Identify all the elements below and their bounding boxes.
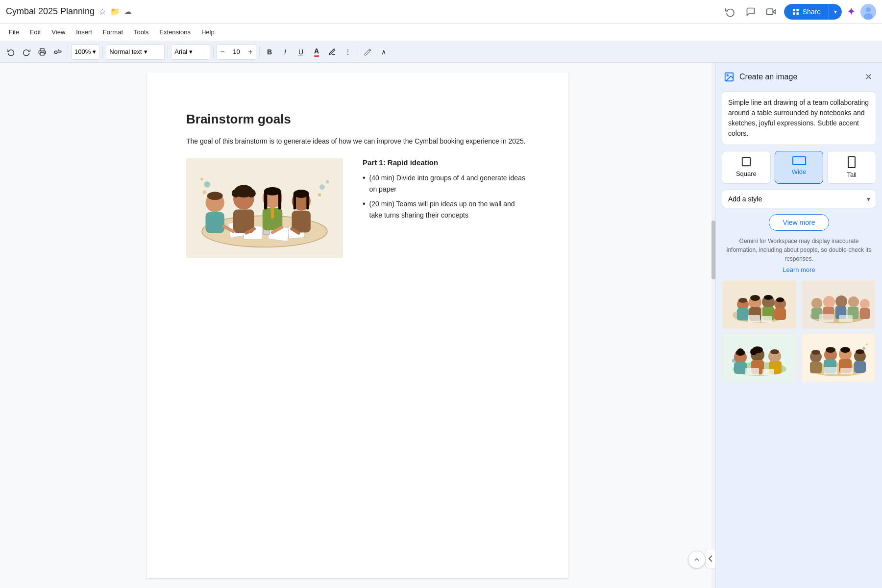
font-size-input[interactable]: 10 [228,48,245,55]
svg-point-96 [750,348,757,355]
title-bar-right: Share ▾ ✦ [722,4,876,20]
font-family-select[interactable]: Arial ▾ [171,44,210,60]
highlight-button[interactable] [325,44,339,60]
avatar[interactable] [860,4,876,20]
underline-button[interactable]: U [294,44,308,60]
svg-rect-37 [294,194,296,210]
svg-point-7 [866,7,871,12]
aspect-wide-button[interactable]: Wide [775,151,824,184]
menu-insert[interactable]: Insert [71,26,97,38]
svg-rect-53 [848,157,855,168]
svg-rect-3 [793,12,795,15]
svg-point-95 [737,348,744,355]
generated-image-1[interactable] [722,280,797,329]
bullet-item-1-text: (40 min) Divide into groups of 4 and gen… [369,172,529,195]
svg-marker-0 [773,9,776,13]
learn-more-link[interactable]: Learn more [716,266,882,273]
svg-point-27 [238,185,247,195]
scroll-up-button[interactable] [688,551,706,568]
share-label: Share [803,8,821,16]
doc-scrollbar-thumb[interactable] [711,220,715,279]
gemini-button[interactable]: ✦ [847,5,856,18]
aspect-selector: Square Wide Tall [722,151,876,184]
svg-point-64 [738,298,747,303]
image-grid [722,280,876,382]
comment-button[interactable] [743,4,759,20]
menu-bar: File Edit View Insert Format Tools Exten… [0,24,882,41]
svg-rect-68 [748,315,760,322]
menu-help[interactable]: Help [196,26,220,38]
generated-image-2[interactable] [801,280,877,329]
folder-icon[interactable]: 📁 [110,7,120,16]
divider-5 [259,46,260,58]
format-paint-button[interactable] [361,44,375,60]
text-style-dropdown-icon: ▾ [144,48,147,55]
wide-aspect-icon [792,156,806,165]
menu-view[interactable]: View [47,26,70,38]
panel-collapse-button[interactable] [706,549,715,568]
menu-tools[interactable]: Tools [129,26,153,38]
svg-point-50 [727,74,728,76]
doc-area[interactable]: Brainstorm goals The goal of this brains… [0,63,715,588]
prompt-area[interactable]: Simple line art drawing of a team collab… [722,91,876,145]
svg-rect-1 [766,9,773,15]
paint-format-button[interactable] [51,44,65,60]
generated-image-3[interactable] [722,333,797,382]
disclaimer-text: Gemini for Workspace may display inaccur… [716,237,882,263]
share-dropdown-button[interactable]: ▾ [829,4,842,20]
font-size-increase-button[interactable]: + [245,45,256,59]
aspect-square-button[interactable]: Square [722,151,771,184]
panel-header: Create an image ✕ [716,63,882,91]
toolbar: 100% ▾ Normal text ▾ Arial ▾ − 10 + B I … [0,41,882,63]
team-image[interactable] [186,158,343,258]
svg-point-42 [318,194,321,196]
cloud-icon[interactable]: ☁ [124,7,132,16]
print-button[interactable] [35,44,49,60]
menu-format[interactable]: Format [98,26,128,38]
more-options-button[interactable]: ⋮ [341,44,355,60]
bullet-item-2: (20 min) Teams will pin ideas up on the … [363,198,529,220]
undo-button[interactable] [4,44,18,60]
thumb-2-illustration [802,281,875,329]
text-color-button[interactable]: A [310,44,323,60]
svg-rect-106 [810,362,822,373]
underline-icon: U [298,48,303,56]
star-icon[interactable]: ☆ [98,6,106,17]
divider-6 [358,46,358,58]
collapse-toolbar-button[interactable]: ∧ [377,44,391,60]
svg-point-110 [811,350,820,355]
history-button[interactable] [722,4,738,20]
doc-heading: Brainstorm goals [186,112,529,127]
italic-button[interactable]: I [278,44,292,60]
share-button[interactable]: Share [784,4,829,20]
menu-file[interactable]: File [4,26,24,38]
style-select-wrapper: Add a style Watercolor Oil painting Sket… [722,190,876,208]
generated-image-4[interactable] [801,333,877,382]
menu-extensions[interactable]: Extensions [154,26,196,38]
video-call-button[interactable] [763,4,779,20]
svg-point-66 [764,295,773,300]
svg-rect-52 [793,157,806,165]
svg-rect-83 [839,315,853,322]
zoom-dropdown-icon: ▾ [93,48,96,55]
svg-rect-5 [796,12,799,15]
doc-scrollbar[interactable] [711,63,715,588]
right-panel: Create an image ✕ Simple line art drawin… [715,63,882,588]
bold-button[interactable]: B [263,44,276,60]
aspect-square-label: Square [736,170,757,177]
menu-edit[interactable]: Edit [25,26,46,38]
text-style-select[interactable]: Normal text ▾ [106,44,165,60]
svg-rect-2 [793,9,795,11]
panel-close-button[interactable]: ✕ [863,70,874,84]
aspect-tall-button[interactable]: Tall [827,151,876,184]
svg-point-99 [732,359,736,363]
bold-icon: B [267,48,272,56]
view-more-button[interactable]: View more [769,214,830,231]
svg-rect-9 [40,52,44,55]
svg-rect-38 [306,194,309,210]
zoom-select[interactable]: 100% ▾ [71,44,99,60]
title-icons: ☆ 📁 ☁ [98,6,132,17]
font-size-decrease-button[interactable]: − [217,45,227,59]
style-select[interactable]: Add a style Watercolor Oil painting Sket… [722,190,876,208]
redo-button[interactable] [20,44,33,60]
